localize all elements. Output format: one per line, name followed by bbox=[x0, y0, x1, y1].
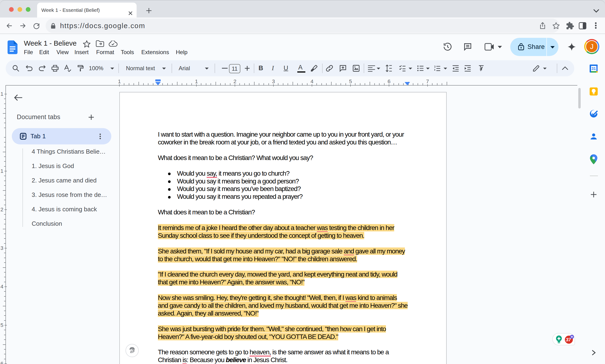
svg-text:31: 31 bbox=[592, 67, 596, 71]
